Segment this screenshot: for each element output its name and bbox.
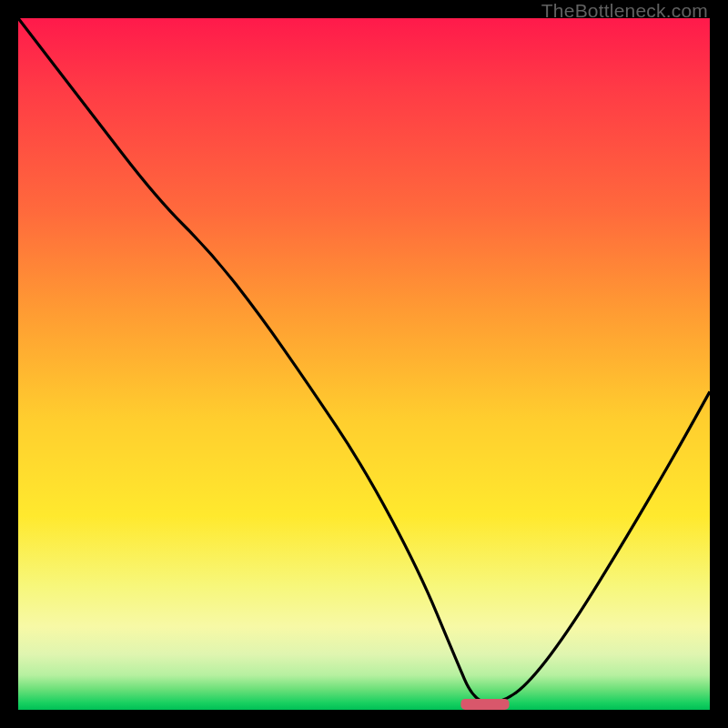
- bottleneck-curve-path: [18, 18, 710, 703]
- plot-area: [18, 18, 710, 710]
- bottleneck-curve-svg: [18, 18, 710, 710]
- chart-frame: TheBottleneck.com: [0, 0, 728, 728]
- minimum-marker: [460, 699, 509, 710]
